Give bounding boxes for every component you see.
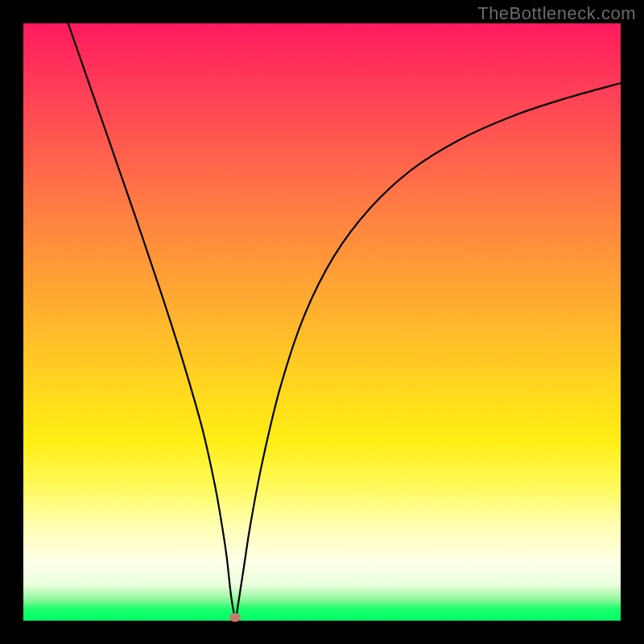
watermark-text: TheBottleneck.com [477, 3, 636, 24]
chart-frame: TheBottleneck.com [0, 0, 644, 644]
optimum-marker [229, 613, 241, 622]
plot-area [23, 23, 621, 621]
curve-svg [23, 23, 621, 621]
bottleneck-curve-path [68, 23, 621, 617]
